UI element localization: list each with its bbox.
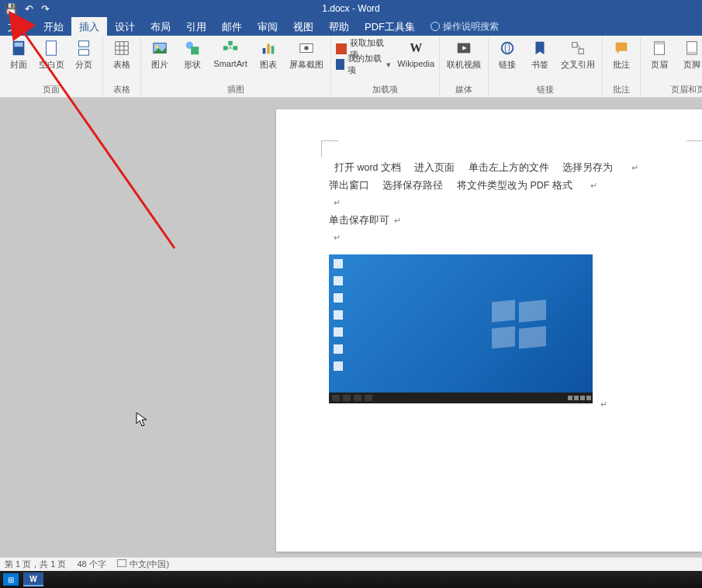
- page-margin-left: [0, 98, 276, 557]
- word-icon: W: [29, 575, 36, 583]
- group-tables: 表格 表格: [103, 36, 141, 97]
- redo-icon[interactable]: ↷: [41, 4, 50, 14]
- tab-review[interactable]: 审阅: [250, 17, 285, 36]
- doc-line-1: 打开 word 文档 进入页面 单击左上方的文件 选择另存为 ↵: [329, 159, 694, 177]
- svg-rect-5: [116, 42, 129, 55]
- crossref-icon: [569, 39, 587, 57]
- smartart-icon: [221, 39, 240, 57]
- embedded-screenshot[interactable]: [329, 254, 593, 403]
- windows-icon: ⊞: [8, 576, 14, 584]
- ribbon-tabs: 文件 开始 插入 设计 布局 引用 邮件 审阅 视图 帮助 PDF工具集 操作说…: [0, 17, 702, 36]
- svg-rect-4: [79, 50, 89, 55]
- save-icon[interactable]: 💾: [5, 4, 17, 14]
- shapes-button[interactable]: 形状: [178, 39, 206, 71]
- doc-empty-para: ↵: [329, 194, 694, 212]
- doc-line-3: 单击保存即可↵: [329, 212, 694, 230]
- group-media: 联机视频 媒体: [440, 36, 489, 97]
- tab-pdftools[interactable]: PDF工具集: [357, 17, 423, 36]
- os-taskbar: ⊞ W: [0, 571, 702, 588]
- group-label-pages: 页面: [5, 84, 98, 97]
- blank-page-icon: [42, 39, 61, 57]
- page-break-button[interactable]: 分页: [70, 39, 98, 71]
- online-video-button[interactable]: 联机视频: [444, 39, 483, 71]
- bulb-icon: [431, 22, 440, 31]
- svg-point-11: [156, 45, 159, 48]
- tab-design[interactable]: 设计: [107, 17, 143, 36]
- tab-help[interactable]: 帮助: [321, 17, 357, 36]
- status-word-count[interactable]: 48 个字: [77, 559, 105, 570]
- ribbon: 封面 空白页 分页 页面 表格 表格 图片: [0, 36, 702, 98]
- doc-empty-para: ↵: [329, 229, 694, 247]
- shapes-icon: [183, 39, 202, 57]
- title-bar: 💾 ↶ ↷ 1.docx - Word: [0, 0, 702, 17]
- tab-layout[interactable]: 布局: [143, 17, 178, 36]
- tab-file[interactable]: 文件: [0, 17, 36, 36]
- wikipedia-icon: W: [406, 39, 425, 57]
- status-language[interactable]: 中文(中国): [117, 559, 169, 570]
- group-label-links: 链接: [493, 84, 597, 97]
- window-title: 1.docx - Word: [0, 3, 702, 14]
- tell-me[interactable]: 操作说明搜索: [423, 17, 507, 36]
- screenshot-taskbar: [329, 393, 593, 403]
- cover-page-icon: [9, 39, 28, 57]
- svg-point-23: [304, 46, 309, 50]
- tab-home[interactable]: 开始: [36, 17, 71, 36]
- screenshot-icon: [297, 39, 316, 57]
- status-page[interactable]: 第 1 页，共 1 页: [5, 559, 66, 570]
- svg-rect-16: [228, 41, 233, 46]
- quick-access-toolbar: 💾 ↶ ↷: [5, 4, 50, 14]
- addins-icon: [336, 59, 344, 70]
- tab-mailings[interactable]: 邮件: [214, 17, 250, 36]
- cover-page-button[interactable]: 封面: [5, 39, 33, 71]
- blank-page-button[interactable]: 空白页: [37, 39, 65, 71]
- footer-button[interactable]: 页脚: [678, 39, 702, 71]
- wikipedia-button[interactable]: W Wikipedia: [397, 39, 434, 71]
- paragraph-mark: ↵: [631, 163, 638, 172]
- group-pages: 封面 空白页 分页 页面: [0, 36, 103, 97]
- crossref-button[interactable]: 交叉引用: [558, 39, 597, 71]
- pictures-icon: [150, 39, 169, 57]
- cursor-icon: [136, 412, 148, 427]
- header-button[interactable]: 页眉: [645, 39, 673, 71]
- taskbar-app-word[interactable]: W: [23, 572, 43, 586]
- paragraph-mark: ↵: [600, 399, 607, 409]
- link-button[interactable]: 链接: [493, 39, 521, 71]
- svg-rect-13: [191, 47, 199, 54]
- svg-point-27: [505, 43, 510, 54]
- smartart-button[interactable]: SmartArt: [211, 39, 250, 71]
- document-area[interactable]: 打开 word 文档 进入页面 单击左上方的文件 选择另存为 ↵ 弹出窗口 选择…: [0, 98, 702, 557]
- store-icon: [336, 43, 347, 54]
- windows-logo-icon: [492, 301, 546, 348]
- paragraph-mark: ↵: [590, 181, 597, 190]
- table-button[interactable]: 表格: [108, 39, 136, 71]
- chart-button[interactable]: 图表: [254, 39, 282, 71]
- group-label-media: 媒体: [444, 84, 483, 97]
- group-addins: 获取加载项 我的加载项▾ W Wikipedia 加载项: [331, 36, 440, 97]
- svg-point-26: [502, 43, 514, 54]
- book-icon: [117, 559, 126, 567]
- svg-rect-2: [47, 41, 57, 55]
- group-illustrations: 图片 形状 SmartArt 图表 屏幕截图 插图: [141, 36, 331, 97]
- status-bar: 第 1 页，共 1 页 48 个字 中文(中国): [0, 557, 702, 571]
- svg-rect-20: [267, 44, 270, 54]
- tab-view[interactable]: 视图: [285, 17, 321, 36]
- group-label-illustrations: 插图: [146, 84, 326, 97]
- svg-rect-19: [263, 48, 266, 54]
- comment-button[interactable]: 批注: [607, 39, 635, 71]
- group-label-addins: 加载项: [336, 84, 434, 97]
- tab-references[interactable]: 引用: [178, 17, 214, 36]
- pictures-button[interactable]: 图片: [146, 39, 174, 71]
- comment-icon: [612, 39, 631, 57]
- svg-rect-3: [79, 41, 89, 47]
- document-page[interactable]: 打开 word 文档 进入页面 单击左上方的文件 选择另存为 ↵ 弹出窗口 选择…: [276, 109, 702, 552]
- my-addins-button[interactable]: 我的加载项▾: [336, 57, 391, 71]
- start-button[interactable]: ⊞: [3, 573, 19, 586]
- bookmark-button[interactable]: 书签: [526, 39, 554, 71]
- svg-rect-1: [15, 43, 23, 47]
- undo-icon[interactable]: ↶: [25, 4, 33, 14]
- screenshot-button[interactable]: 屏幕截图: [287, 39, 326, 71]
- page-break-icon: [74, 39, 93, 57]
- svg-line-30: [577, 44, 581, 49]
- group-label-headerfooter: 页眉和页脚: [645, 84, 702, 97]
- tab-insert[interactable]: 插入: [71, 17, 107, 36]
